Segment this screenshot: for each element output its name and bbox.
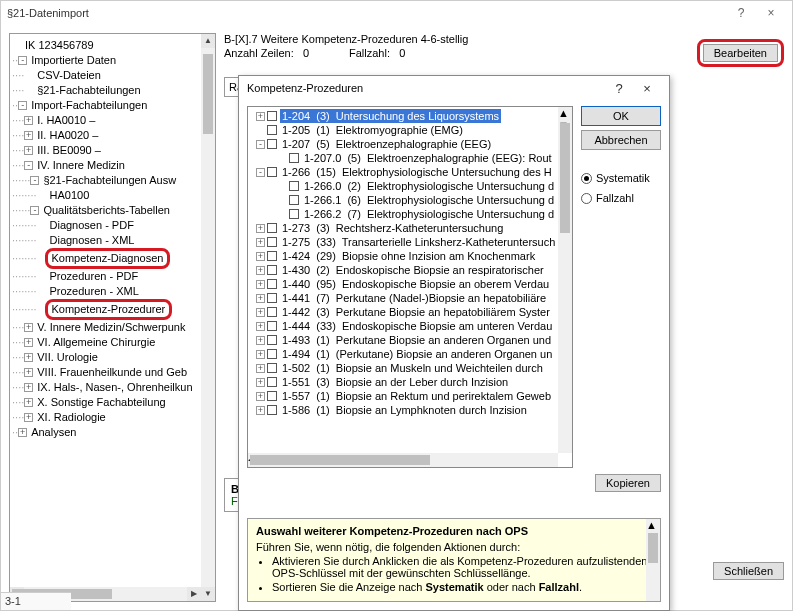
dialog-scrollbar-vertical[interactable]: ▲ ▼ [558,107,572,453]
dialog-tree-item[interactable]: 1-266.2 (7) Elektrophysiologische Unters… [250,207,572,221]
checkbox-icon[interactable] [267,251,277,261]
tree-item[interactable]: ∙∙∙∙∙∙∙∙Diagnosen - PDF [12,218,213,233]
left-scrollbar-vertical[interactable]: ▲ ▼ [201,34,215,601]
expander-icon[interactable]: + [256,294,265,303]
dialog-tree-item[interactable]: +1-424 (29) Biopsie ohne Inzision am Kno… [250,249,572,263]
dialog-tree-item[interactable]: +1-586 (1) Biopsie an Lymphknoten durch … [250,403,572,417]
expander-icon[interactable]: - [24,161,33,170]
expander-icon[interactable]: + [24,398,33,407]
dialog-tree-item[interactable]: 1-266.1 (6) Elektrophysiologische Unters… [250,193,572,207]
checkbox-icon[interactable] [267,335,277,345]
dialog-tree-item[interactable]: +1-557 (1) Biopsie an Rektum und perirek… [250,389,572,403]
expander-icon[interactable]: - [30,176,39,185]
checkbox-icon[interactable] [267,125,277,135]
expander-icon[interactable]: + [256,238,265,247]
tree-item[interactable]: ∙∙∙∙§21-Fachabteilungen [12,83,213,98]
tree-item[interactable]: ∙∙∙∙∙∙-Qualitätsberichts-Tabellen [12,203,213,218]
dialog-tree-item[interactable]: -1-207 (5) Elektroenzephalographie (EEG) [250,137,572,151]
expander-icon[interactable]: + [18,428,27,437]
dialog-scrollbar-horizontal[interactable]: ◀ ▶ [248,453,558,467]
main-help-button[interactable]: ? [726,6,756,20]
checkbox-icon[interactable] [289,209,299,219]
expander-icon[interactable]: - [256,140,265,149]
expander-icon[interactable]: + [256,252,265,261]
expander-icon[interactable]: + [24,323,33,332]
tree-item[interactable]: ∙∙∙∙+II. HA0020 – [12,128,213,143]
tree-item[interactable]: ∙∙-Importierte Daten [12,53,213,68]
dialog-tree-item[interactable]: +1-204 (3) Untersuchung des Liquorsystem… [250,109,572,123]
tree-item[interactable]: ∙∙∙∙∙∙-§21-Fachabteilungen Ausw [12,173,213,188]
dialog-tree[interactable]: +1-204 (3) Untersuchung des Liquorsystem… [247,106,573,468]
main-close-button[interactable]: × [756,6,786,20]
tree-item[interactable]: ∙∙∙∙∙∙∙∙Prozeduren - PDF [12,269,213,284]
dialog-tree-item[interactable]: +1-502 (1) Biopsie an Muskeln und Weicht… [250,361,572,375]
dialog-tree-item[interactable]: +1-430 (2) Endoskopische Biopsie an resp… [250,263,572,277]
bearbeiten-button[interactable]: Bearbeiten [703,44,778,62]
expander-icon[interactable]: + [24,368,33,377]
radio-fallzahl[interactable]: Fallzahl [581,192,661,204]
tree-item[interactable]: ∙∙∙∙+XI. Radiologie [12,410,213,425]
expander-icon[interactable]: + [256,406,265,415]
expander-icon[interactable]: + [24,131,33,140]
dialog-tree-item[interactable]: +1-273 (3) Rechtsherz-Katheteruntersuchu… [250,221,572,235]
checkbox-icon[interactable] [267,405,277,415]
radio-fallzahl-dot[interactable] [581,193,592,204]
tree-item[interactable]: ∙∙∙∙∙∙∙∙Kompetenz-Prozedurer [12,299,213,320]
expander-icon[interactable]: + [256,112,265,121]
checkbox-icon[interactable] [267,391,277,401]
expander-icon[interactable]: - [18,56,27,65]
expander-icon[interactable]: + [24,413,33,422]
dialog-tree-item[interactable]: +1-494 (1) (Perkutane) Biopsie an andere… [250,347,572,361]
dialog-tree-item[interactable]: +1-275 (33) Transarterielle Linksherz-Ka… [250,235,572,249]
checkbox-icon[interactable] [267,223,277,233]
expander-icon[interactable]: - [18,101,27,110]
radio-systematik-dot[interactable] [581,173,592,184]
expander-icon[interactable]: + [256,364,265,373]
dialog-tree-item[interactable]: +1-442 (3) Perkutane Biopsie an hepatobi… [250,305,572,319]
dialog-tree-item[interactable]: +1-440 (95) Endoskopische Biopsie an obe… [250,277,572,291]
dialog-tree-item[interactable]: +1-444 (33) Endoskopische Biopsie am unt… [250,319,572,333]
tree-item[interactable]: ∙∙∙∙CSV-Dateien [12,68,213,83]
expander-icon[interactable]: + [256,350,265,359]
expander-icon[interactable]: - [30,206,39,215]
expander-icon[interactable]: + [256,336,265,345]
tree-item[interactable]: ∙∙∙∙∙∙∙∙Kompetenz-Diagnosen [12,248,213,269]
expander-icon[interactable]: + [24,383,33,392]
dialog-help-button[interactable]: ? [605,81,633,96]
checkbox-icon[interactable] [289,153,299,163]
checkbox-icon[interactable] [267,321,277,331]
checkbox-icon[interactable] [289,181,299,191]
tree-item[interactable]: ∙∙∙∙+III. BE0090 – [12,143,213,158]
expander-icon[interactable]: + [256,392,265,401]
abbrechen-button[interactable]: Abbrechen [581,130,661,150]
checkbox-icon[interactable] [267,307,277,317]
help-scrollbar-vertical[interactable]: ▲ ▼ [646,519,660,601]
checkbox-icon[interactable] [267,265,277,275]
expander-icon[interactable]: + [256,280,265,289]
schliessen-button[interactable]: Schließen [713,562,784,580]
tree-item[interactable]: ∙∙∙∙+IX. Hals-, Nasen-, Ohrenheilkun [12,380,213,395]
tree-item[interactable]: ∙∙∙∙∙∙∙∙HA0100 [12,188,213,203]
expander-icon[interactable]: + [256,266,265,275]
tree-item[interactable]: ∙∙+Analysen [12,425,213,440]
dialog-tree-item[interactable]: 1-266.0 (2) Elektrophysiologische Unters… [250,179,572,193]
dialog-tree-item[interactable]: 1-207.0 (5) Elektroenzephalographie (EEG… [250,151,572,165]
radio-systematik[interactable]: Systematik [581,172,661,184]
checkbox-icon[interactable] [267,279,277,289]
checkbox-icon[interactable] [267,377,277,387]
expander-icon[interactable]: + [24,116,33,125]
tree-item[interactable]: ∙∙∙∙∙∙∙∙Prozeduren - XML [12,284,213,299]
tree-item[interactable]: ∙∙∙∙+VIII. Frauenheilkunde und Geb [12,365,213,380]
checkbox-icon[interactable] [267,167,277,177]
tree-item[interactable]: ∙∙∙∙+X. Sonstige Fachabteilung [12,395,213,410]
tree-item[interactable]: IK 123456789 [12,38,213,53]
tree-item[interactable]: ∙∙∙∙+V. Innere Medizin/Schwerpunk [12,320,213,335]
ok-button[interactable]: OK [581,106,661,126]
dialog-tree-item[interactable]: 1-205 (1) Elektromyographie (EMG) [250,123,572,137]
tree-item[interactable]: ∙∙∙∙∙∙∙∙Diagnosen - XML [12,233,213,248]
checkbox-icon[interactable] [267,293,277,303]
expander-icon[interactable]: + [24,338,33,347]
dialog-tree-item[interactable]: -1-266 (15) Elektrophysiologische Unters… [250,165,572,179]
expander-icon[interactable]: + [256,308,265,317]
expander-icon[interactable]: + [24,353,33,362]
